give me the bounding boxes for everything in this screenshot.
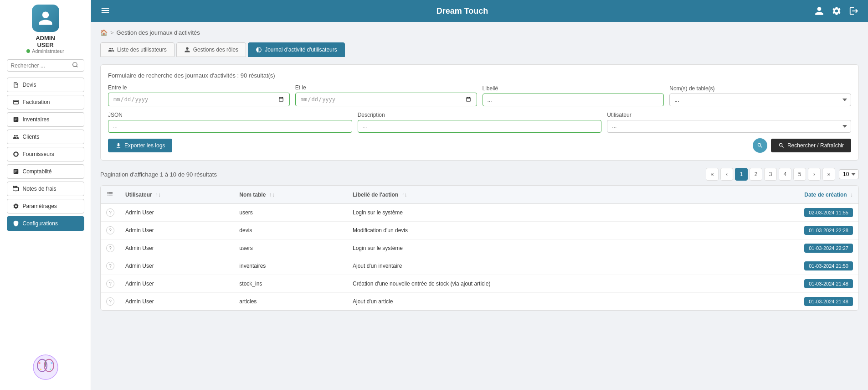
table-row: ? Admin User users Login sur le système … bbox=[101, 204, 858, 222]
row-utilisateur: Admin User bbox=[120, 275, 234, 293]
tab-users-list[interactable]: Liste des utilisateurs bbox=[100, 42, 175, 57]
search-input[interactable] bbox=[11, 62, 70, 69]
col-icon-header bbox=[101, 186, 120, 204]
sidebar-item-comptabilite[interactable]: Comptabilté bbox=[7, 164, 84, 179]
breadcrumb-separator: > bbox=[110, 29, 114, 36]
sidebar: ADMIN USER Administrateur Devis Facturat… bbox=[0, 0, 91, 390]
sort-libelle-icon: ↑↓ bbox=[402, 192, 407, 198]
page-first[interactable]: « bbox=[706, 168, 719, 181]
json-input[interactable] bbox=[108, 120, 352, 133]
utilisateur-select[interactable]: ... bbox=[607, 120, 851, 133]
col-nom-table-header[interactable]: Nom table ↑↓ bbox=[234, 186, 347, 204]
sidebar-item-clients-label: Clients bbox=[23, 134, 40, 140]
col-utilisateur-header[interactable]: Utilisateur ↑↓ bbox=[120, 186, 234, 204]
sidebar-item-notes-frais[interactable]: Notes de frais bbox=[7, 182, 84, 196]
pagination-controls: « ‹ 1 2 3 4 5 › » bbox=[706, 168, 835, 181]
username: ADMIN bbox=[36, 35, 55, 42]
row-icon-cell: ? bbox=[101, 222, 120, 239]
page-4[interactable]: 4 bbox=[779, 168, 791, 181]
sidebar-item-fournisseurs[interactable]: Fournisseurs bbox=[7, 147, 84, 161]
search-circle-icon bbox=[753, 138, 767, 153]
et-le-input[interactable] bbox=[295, 93, 477, 106]
date-badge: 01-03-2024 21:48 bbox=[804, 297, 853, 306]
sidebar-item-clients[interactable]: Clients bbox=[7, 130, 84, 144]
search-button[interactable] bbox=[72, 62, 78, 69]
user-icon[interactable] bbox=[814, 6, 824, 16]
main-content: Dream Touch 🏠 > Gestion des journaux d'a… bbox=[91, 0, 868, 390]
page-size-select[interactable]: 10 25 50 bbox=[839, 169, 859, 179]
sort-utilisateur-icon: ↑↓ bbox=[155, 192, 161, 198]
et-le-label: Et le bbox=[295, 84, 477, 91]
page-next[interactable]: › bbox=[808, 168, 821, 181]
search-refresh-button[interactable]: Rechercher / Rafraîchir bbox=[771, 139, 851, 152]
row-nom-table: devis bbox=[234, 222, 347, 239]
page-3[interactable]: 3 bbox=[764, 168, 777, 181]
svg-point-7 bbox=[40, 369, 41, 370]
settings-icon[interactable] bbox=[832, 6, 842, 16]
topbar-icons bbox=[814, 6, 859, 16]
menu-toggle-button[interactable] bbox=[100, 5, 110, 17]
tab-roles[interactable]: Gestions des rôles bbox=[176, 42, 246, 57]
table-row: ? Admin User articles Ajout d'un article… bbox=[101, 293, 858, 311]
row-nom-table: users bbox=[234, 204, 347, 222]
table-row: ? Admin User inventaires Ajout d'un inve… bbox=[101, 257, 858, 275]
tabs-container: Liste des utilisateurs Gestions des rôle… bbox=[100, 42, 859, 57]
page-2[interactable]: 2 bbox=[750, 168, 762, 181]
entre-le-input[interactable] bbox=[108, 93, 290, 106]
row-icon-cell: ? bbox=[101, 275, 120, 293]
svg-point-8 bbox=[50, 369, 51, 370]
page-5[interactable]: 5 bbox=[793, 168, 806, 181]
online-indicator bbox=[26, 49, 30, 53]
sidebar-item-devis-label: Devis bbox=[23, 82, 36, 88]
page-prev[interactable]: ‹ bbox=[720, 168, 733, 181]
page-1[interactable]: 1 bbox=[735, 168, 748, 181]
row-question-icon[interactable]: ? bbox=[106, 297, 114, 306]
row-question-icon[interactable]: ? bbox=[106, 208, 114, 217]
sidebar-item-configurations[interactable]: Configurations bbox=[7, 216, 84, 231]
sidebar-item-comptabilite-label: Comptabilté bbox=[23, 168, 52, 175]
form-group-libelle: Libellé bbox=[483, 85, 664, 106]
export-logs-button[interactable]: Exporter les logs bbox=[108, 139, 172, 152]
row-question-icon[interactable]: ? bbox=[106, 244, 114, 252]
search-button-container: Rechercher / Rafraîchir bbox=[753, 138, 851, 153]
tab-activity-log[interactable]: Journal d'activité d'utilisateurs bbox=[248, 42, 345, 57]
home-icon[interactable]: 🏠 bbox=[100, 29, 108, 36]
form-actions: Exporter les logs Rechercher / Rafraîchi… bbox=[108, 138, 851, 153]
date-badge: 01-03-2024 21:48 bbox=[804, 279, 853, 288]
date-badge: 01-03-2024 22:27 bbox=[804, 244, 853, 253]
libelle-input[interactable] bbox=[483, 94, 664, 106]
entre-le-label: Entre le bbox=[108, 84, 290, 91]
form-row-2: JSON Description Utilisateur ... bbox=[108, 112, 851, 133]
form-group-utilisateur: Utilisateur ... bbox=[607, 112, 851, 133]
sidebar-item-parametrages[interactable]: Paramétrages bbox=[7, 199, 84, 213]
form-group-et-le: Et le bbox=[295, 84, 477, 106]
nom-table-select[interactable]: ... bbox=[669, 94, 851, 106]
row-libelle-action: Login sur le système bbox=[347, 239, 712, 257]
form-group-entre-le: Entre le bbox=[108, 84, 290, 106]
description-input[interactable] bbox=[358, 120, 602, 133]
page-content: 🏠 > Gestion des journaux d'activités Lis… bbox=[91, 22, 868, 390]
table-row: ? Admin User stock_ins Création d'une no… bbox=[101, 275, 858, 293]
col-libelle-header[interactable]: Libellé de l'action ↑↓ bbox=[347, 186, 712, 204]
sidebar-footer bbox=[27, 349, 64, 385]
search-button-label: Rechercher / Rafraîchir bbox=[787, 142, 844, 149]
sidebar-search-box[interactable] bbox=[7, 59, 84, 72]
row-question-icon[interactable]: ? bbox=[106, 280, 114, 288]
breadcrumb-current: Gestion des journaux d'activités bbox=[117, 29, 200, 36]
sidebar-item-devis[interactable]: Devis bbox=[7, 78, 84, 92]
row-utilisateur: Admin User bbox=[120, 293, 234, 311]
export-icon bbox=[115, 142, 122, 149]
row-question-icon[interactable]: ? bbox=[106, 262, 114, 270]
col-date-header[interactable]: Date de création ↓ bbox=[712, 186, 858, 204]
utilisateur-label: Utilisateur bbox=[607, 112, 851, 118]
logout-icon[interactable] bbox=[849, 6, 859, 16]
date-badge: 01-03-2024 22:28 bbox=[804, 226, 853, 235]
sidebar-item-facturation[interactable]: Facturation bbox=[7, 95, 84, 109]
row-question-icon[interactable]: ? bbox=[106, 226, 114, 234]
page-last[interactable]: » bbox=[822, 168, 835, 181]
pagination-bar: Pagination d'affichage 1 à 10 de 90 résu… bbox=[100, 168, 859, 181]
sidebar-item-inventaires[interactable]: Inventaires bbox=[7, 112, 84, 127]
table-header-row: Utilisateur ↑↓ Nom table ↑↓ Libellé de l… bbox=[101, 186, 858, 204]
row-date-creation: 01-03-2024 21:48 bbox=[712, 293, 858, 311]
date-badge: 01-03-2024 21:50 bbox=[804, 261, 853, 270]
